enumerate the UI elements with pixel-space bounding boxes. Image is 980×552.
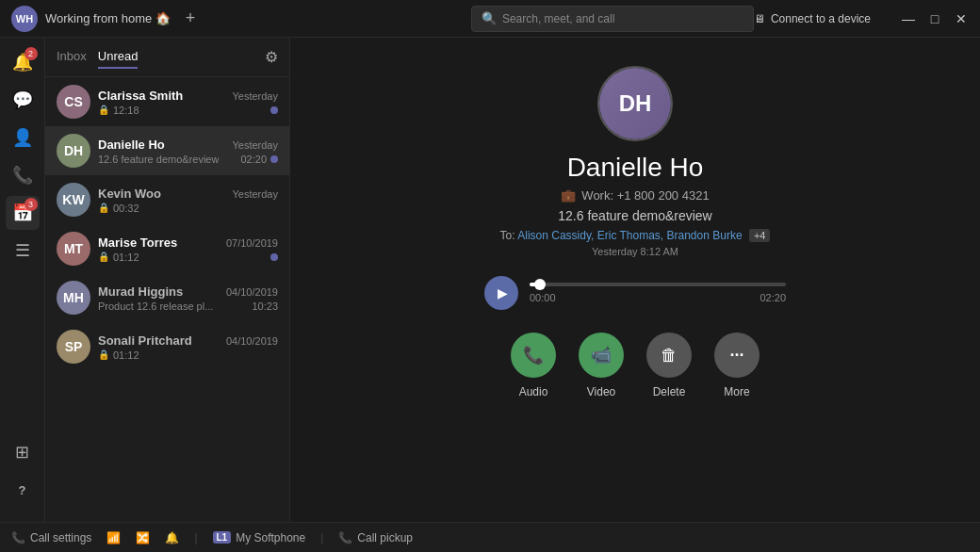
- calls-icon: 📞: [12, 165, 33, 186]
- help-icon: ?: [19, 483, 26, 497]
- delete-button[interactable]: 🗑: [646, 333, 692, 378]
- voicemail-title: 12.6 feature demo&review: [558, 208, 711, 223]
- video-icon: 📹: [591, 345, 612, 365]
- conv-name: Danielle Ho: [98, 138, 165, 152]
- sidebar-item-tasks[interactable]: ☰: [6, 234, 40, 268]
- conv-date: Yesterday: [232, 90, 278, 102]
- monitor-icon: 🖥: [754, 12, 765, 25]
- lock-icon: 🔒: [98, 252, 109, 262]
- sidebar-item-chat[interactable]: 💬: [6, 83, 40, 117]
- main-content: DH Danielle Ho 💼 Work: +1 800 200 4321 1…: [290, 38, 980, 522]
- sidebar-item-calls[interactable]: 📞: [6, 158, 40, 192]
- call-settings-item[interactable]: 📞 Call settings: [11, 531, 91, 544]
- current-time: 00:00: [530, 292, 556, 303]
- conv-time: 02:20: [240, 154, 267, 165]
- conv-preview: 01:12: [113, 252, 139, 263]
- sidebar-item-help[interactable]: ?: [6, 473, 40, 507]
- conv-name: Sonali Pritchard: [98, 333, 192, 348]
- maximize-button[interactable]: □: [927, 11, 942, 26]
- play-button[interactable]: ▶: [484, 276, 518, 310]
- delete-label: Delete: [653, 385, 686, 398]
- contact-name-large: Danielle Ho: [567, 153, 704, 183]
- delete-icon: 🗑: [661, 346, 678, 365]
- audio-progress-container: 00:00 02:20: [530, 283, 786, 303]
- avatar: SP: [57, 330, 90, 364]
- lock-icon: 🔒: [98, 203, 109, 213]
- conv-name: Murad Higgins: [98, 284, 183, 299]
- conv-list: CS Clarissa Smith Yesterday 🔒 12:18: [45, 77, 289, 522]
- search-bar[interactable]: 🔍 Search, meet, and call: [471, 6, 754, 32]
- sidebar-bottom: ⊞ ?: [6, 435, 40, 514]
- action-buttons: 📞 Audio 📹 Video 🗑 Delete ··· M: [511, 333, 760, 398]
- list-item[interactable]: MT Marise Torres 07/10/2019 🔒 01:12: [45, 224, 289, 273]
- more-icon: ···: [729, 346, 743, 365]
- conv-date: 07/10/2019: [226, 237, 278, 249]
- more-label: More: [724, 385, 749, 398]
- more-button[interactable]: ···: [714, 333, 760, 378]
- call-pickup-item[interactable]: 📞 Call pickup: [338, 531, 413, 544]
- list-item[interactable]: DH Danielle Ho Yesterday 12.6 feature de…: [45, 126, 289, 175]
- app-title: Working from home 🏠: [45, 11, 171, 25]
- sidebar-item-apps[interactable]: ⊞: [6, 435, 40, 469]
- conv-body: Clarissa Smith Yesterday 🔒 12:18: [98, 89, 278, 116]
- conv-name: Kevin Woo: [98, 187, 161, 201]
- statusbar-icon-2: 🔀: [136, 531, 150, 544]
- search-placeholder: Search, meet, and call: [502, 12, 614, 25]
- softphone-badge: L1: [213, 531, 232, 544]
- call-pickup-icon: 📞: [338, 531, 352, 544]
- list-item[interactable]: MH Murad Higgins 04/10/2019 Product 12.6…: [45, 273, 289, 322]
- sidebar-item-activity[interactable]: 🔔 2: [6, 45, 40, 79]
- video-label: Video: [587, 385, 615, 398]
- add-button[interactable]: +: [186, 8, 196, 28]
- audio-action-wrap: 📞 Audio: [511, 333, 556, 398]
- statusbar-icon-3: 🔔: [165, 531, 179, 544]
- progress-bar-track[interactable]: [530, 283, 786, 286]
- delete-action-wrap: 🗑 Delete: [646, 333, 692, 398]
- conv-tabs: Inbox Unread: [57, 45, 138, 69]
- calendar-badge: 3: [24, 198, 38, 211]
- voicemail-timestamp: Yesterday 8:12 AM: [592, 246, 678, 257]
- unread-dot: [270, 155, 278, 163]
- titlebar: WH Working from home 🏠 + 🔍 Search, meet,…: [0, 0, 980, 38]
- phone-icon: 📞: [523, 345, 544, 365]
- list-item[interactable]: CS Clarissa Smith Yesterday 🔒 12:18: [45, 77, 289, 126]
- softphone-item[interactable]: L1 My Softphone: [213, 531, 306, 544]
- audio-call-button[interactable]: 📞: [511, 333, 556, 378]
- activity-badge: 2: [24, 47, 38, 60]
- conv-preview: 12.6 feature demo&review: [98, 154, 219, 165]
- conv-time: 10:23: [252, 300, 278, 312]
- close-button[interactable]: ✕: [954, 11, 969, 26]
- avatar: KW: [57, 183, 90, 217]
- more-action-wrap: ··· More: [714, 333, 760, 398]
- avatar: DH: [57, 134, 90, 168]
- connect-device-button[interactable]: 🖥 Connect to a device: [754, 12, 871, 25]
- minimize-button[interactable]: —: [901, 11, 916, 26]
- sidebar-item-people[interactable]: 👤: [6, 121, 40, 154]
- main-layout: 🔔 2 💬 👤 📞 📅 3 ☰ ⊞ ?: [0, 38, 980, 522]
- list-item[interactable]: SP Sonali Pritchard 04/10/2019 🔒 01:12: [45, 322, 289, 371]
- list-item[interactable]: KW Kevin Woo Yesterday 🔒 00:32: [45, 175, 289, 224]
- filter-icon[interactable]: ⚙: [265, 48, 278, 66]
- conv-body: Murad Higgins 04/10/2019 Product 12.6 re…: [98, 284, 278, 312]
- contact-phone: 💼 Work: +1 800 200 4321: [561, 188, 709, 203]
- tab-inbox[interactable]: Inbox: [57, 45, 87, 69]
- statusbar: 📞 Call settings 📶 🔀 🔔 | L1 My Softphone …: [0, 522, 980, 552]
- people-icon: 👤: [12, 127, 33, 148]
- window-controls: — □ ✕: [901, 11, 969, 26]
- audio-player: ▶ 00:00 02:20: [484, 276, 786, 310]
- recipient-list: Alison Cassidy, Eric Thomas, Brandon Bur…: [517, 229, 742, 242]
- tab-unread[interactable]: Unread: [98, 45, 139, 69]
- conv-body: Kevin Woo Yesterday 🔒 00:32: [98, 187, 278, 214]
- avatar: MH: [57, 281, 90, 315]
- user-avatar[interactable]: WH: [11, 6, 38, 32]
- progress-knob: [534, 279, 546, 290]
- audio-times: 00:00 02:20: [530, 292, 786, 303]
- conv-date: 04/10/2019: [226, 335, 278, 347]
- video-call-button[interactable]: 📹: [579, 333, 624, 378]
- audio-label: Audio: [519, 385, 548, 398]
- conv-body: Sonali Pritchard 04/10/2019 🔒 01:12: [98, 333, 278, 361]
- avatar: CS: [57, 85, 90, 119]
- sidebar-item-calendar[interactable]: 📅 3: [6, 196, 40, 230]
- conv-body: Danielle Ho Yesterday 12.6 feature demo&…: [98, 138, 278, 165]
- conv-body: Marise Torres 07/10/2019 🔒 01:12: [98, 235, 278, 263]
